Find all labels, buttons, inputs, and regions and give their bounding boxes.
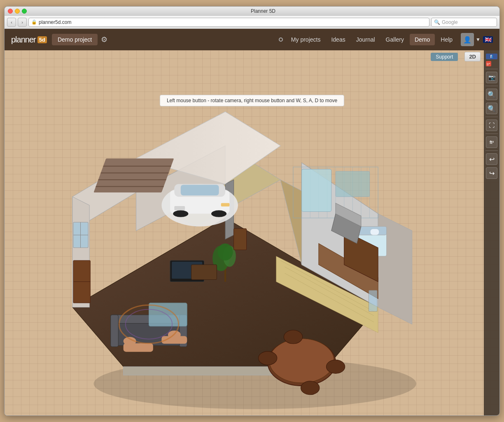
svg-point-56 [301,381,320,395]
forward-button[interactable]: › [18,18,27,27]
fullscreen-icon: ⛶ [489,122,495,129]
nav-dot-separator [279,38,283,42]
fullscreen-button[interactable]: ⛶ [486,120,497,131]
nav-items: My projects Ideas Journal Gallery Demo H… [286,34,457,45]
browser-toolbar: ‹ › 🔒 planner5d.com 🔍 Google [5,16,499,29]
zoom-out-button[interactable]: 🔍− [486,103,497,114]
close-button[interactable] [8,9,13,14]
nav-item-help[interactable]: Help [436,34,457,45]
support-button[interactable]: Support [431,53,458,61]
svg-rect-22 [181,185,219,196]
toolbar-separator-2 [485,86,498,86]
toolbar-separator-5 [485,150,498,151]
facebook-button[interactable]: f t [486,54,497,59]
social-buttons: f t g+ [486,54,497,66]
svg-point-52 [269,339,334,383]
tooltip-text: Left mouse button - rotate camera, right… [167,98,337,103]
user-dropdown-icon[interactable]: ▼ [476,37,481,42]
svg-point-55 [284,330,302,344]
maximize-button[interactable] [22,9,27,14]
zoom-in-button[interactable]: 🔍 [486,89,497,100]
search-bar[interactable]: 🔍 Google [431,18,497,27]
minimize-button[interactable] [15,9,20,14]
settings-icon[interactable]: ⚙ [101,35,107,44]
tooltip-bar: Left mouse button - rotate camera, right… [160,95,344,106]
undo-icon: ↩ [489,155,495,163]
nav-item-journal[interactable]: Journal [351,34,380,45]
svg-point-73 [217,244,233,260]
toolbar-separator-4 [485,134,498,134]
nav-item-demo[interactable]: Demo [410,34,435,45]
svg-point-53 [258,352,277,365]
svg-rect-25 [174,206,185,210]
toolbar-separator-1 [485,69,498,69]
traffic-lights [8,9,27,14]
svg-rect-61 [149,303,187,326]
right-toolbar: f t g+ 📷 🔍 🔍− [484,50,499,415]
toolbar-separator-3 [485,117,498,117]
svg-rect-26 [221,203,230,206]
search-icon: 🔍 [434,19,440,25]
redo-button[interactable]: ↪ [486,167,497,179]
view-2d-button[interactable]: 2D [464,52,481,61]
svg-rect-59 [111,315,119,347]
nav-item-gallery[interactable]: Gallery [381,34,409,45]
browser-titlebar: Planner 5D [5,7,499,16]
svg-rect-79 [369,290,377,312]
address-bar[interactable]: 🔒 planner5d.com [28,18,429,27]
logo-badge: 5d [37,36,47,43]
user-menu[interactable]: 👤 ▼ [461,33,481,46]
svg-rect-37 [302,169,331,211]
undo-button[interactable]: ↩ [486,153,497,165]
svg-point-23 [173,210,188,217]
app-navbar: planner 5d Demo project ⚙ My projects Id… [5,29,499,50]
secure-icon: 🔒 [31,19,37,25]
language-flag[interactable]: 🇬🇧 [483,36,493,43]
svg-point-24 [211,210,226,217]
logo-text: planner [11,35,36,45]
units-button[interactable]: ft² [486,136,497,148]
zoom-in-icon: 🔍 [488,91,496,98]
main-view: Left mouse button - rotate camera, right… [5,50,499,415]
address-text: planner5d.com [39,19,71,25]
browser-title: Planner 5D [30,8,496,14]
svg-rect-78 [191,265,217,279]
svg-rect-38 [336,171,369,197]
back-button[interactable]: ‹ [7,18,16,27]
svg-rect-63 [124,343,153,352]
project-name-button[interactable]: Demo project [52,34,98,45]
camera-icon: 📷 [488,74,495,81]
app-logo: planner 5d [11,35,47,45]
nav-item-ideas[interactable]: Ideas [326,34,350,45]
svg-point-54 [326,360,345,373]
svg-rect-14 [93,159,174,192]
nav-item-myprojects[interactable]: My projects [286,34,326,45]
svg-rect-77 [234,229,247,250]
zoom-out-icon: 🔍− [488,105,496,113]
svg-rect-42 [371,229,379,235]
search-placeholder: Google [442,19,458,25]
googleplus-button[interactable]: g+ [486,61,491,66]
user-avatar: 👤 [461,33,474,46]
units-label: ft² [490,140,494,145]
redo-icon: ↪ [489,169,495,177]
browser-window: Planner 5D ‹ › 🔒 planner5d.com 🔍 Google … [4,6,500,416]
twitter-icon: t [492,54,493,59]
app-content: planner 5d Demo project ⚙ My projects Id… [5,29,499,415]
camera-button[interactable]: 📷 [486,72,497,83]
